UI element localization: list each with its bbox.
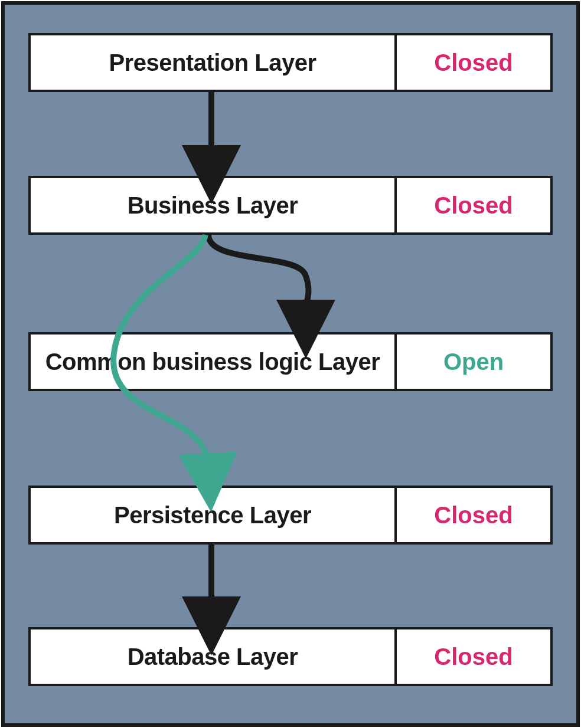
layer-status: Closed: [397, 629, 550, 684]
layer-status: Open: [397, 335, 550, 389]
layer-database: Database Layer Closed: [28, 627, 553, 686]
layer-business: Business Layer Closed: [28, 176, 553, 235]
layer-common-business-logic: Common business logic Layer Open: [28, 332, 553, 391]
layer-status: Closed: [397, 488, 550, 542]
layer-name: Presentation Layer: [31, 35, 397, 90]
layer-name: Common business logic Layer: [31, 335, 397, 389]
layer-status: Closed: [397, 35, 550, 90]
layer-status: Closed: [397, 178, 550, 232]
layer-presentation: Presentation Layer Closed: [28, 33, 553, 92]
layer-persistence: Persistence Layer Closed: [28, 486, 553, 545]
arrow-business-to-common: [208, 235, 308, 311]
layer-name: Business Layer: [31, 178, 397, 232]
layer-name: Database Layer: [31, 629, 397, 684]
layer-name: Persistence Layer: [31, 488, 397, 542]
layered-architecture-diagram: Presentation Layer Closed Business Layer…: [1, 1, 580, 727]
